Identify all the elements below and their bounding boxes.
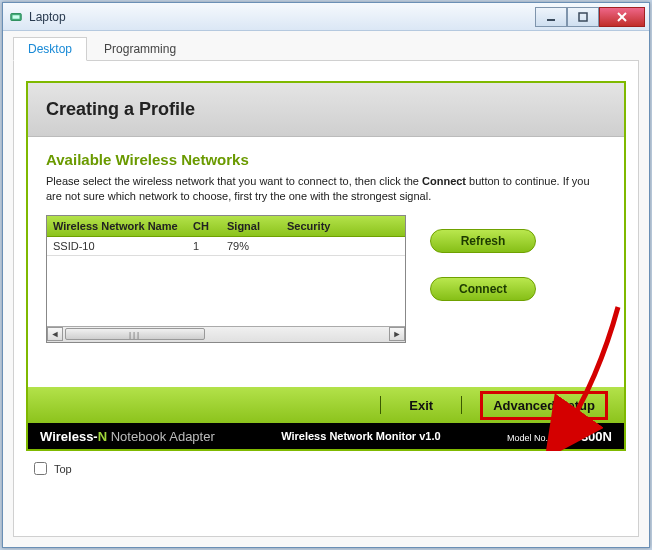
minimize-button[interactable] (535, 7, 567, 27)
tab-programming[interactable]: Programming (89, 37, 191, 60)
tab-desktop[interactable]: Desktop (13, 37, 87, 61)
top-checkbox[interactable] (34, 462, 47, 475)
scroll-right-icon[interactable]: ► (389, 327, 405, 341)
brand-label: Wireless-N Notebook Adapter (40, 429, 215, 444)
footer-bar: Wireless-N Notebook Adapter Wireless Net… (28, 423, 624, 449)
action-bar: Exit Advanced Setup (28, 387, 624, 423)
instruction-text: Please select the wireless network that … (46, 174, 606, 205)
app-icon (9, 10, 23, 24)
model-value: WPC300N (551, 429, 612, 444)
tab-panel: Creating a Profile Available Wireless Ne… (13, 61, 639, 537)
window-buttons (535, 7, 645, 27)
section-heading: Available Wireless Networks (46, 151, 606, 168)
widget-body: Available Wireless Networks Please selec… (28, 137, 624, 387)
separator (461, 396, 462, 414)
col-security[interactable]: Security (281, 216, 405, 237)
monitor-version: Wireless Network Monitor v1.0 (281, 430, 440, 442)
network-area: Wireless Network Name CH Signal Security… (46, 215, 606, 343)
refresh-button[interactable]: Refresh (430, 229, 536, 253)
tab-bar: Desktop Programming (13, 37, 639, 61)
close-button[interactable] (599, 7, 645, 27)
side-buttons: Refresh Connect (430, 215, 536, 343)
titlebar: Laptop (3, 3, 649, 31)
brand-n: N (98, 429, 107, 444)
col-signal[interactable]: Signal (221, 216, 281, 237)
separator (380, 396, 381, 414)
horizontal-scrollbar[interactable]: ◄ ||| ► (47, 326, 405, 342)
top-checkbox-label: Top (54, 463, 72, 475)
window-title: Laptop (29, 10, 535, 24)
wireless-monitor-widget: Creating a Profile Available Wireless Ne… (26, 81, 626, 451)
advanced-setup-button[interactable]: Advanced Setup (480, 391, 608, 420)
col-name[interactable]: Wireless Network Name (47, 216, 187, 237)
cell-security (281, 236, 405, 255)
widget-title: Creating a Profile (28, 83, 624, 137)
scroll-thumb[interactable]: ||| (65, 328, 205, 340)
brand-bold: Wireless- (40, 429, 98, 444)
top-checkbox-row: Top (26, 451, 626, 478)
scroll-track[interactable]: ||| (63, 327, 389, 341)
connect-button[interactable]: Connect (430, 277, 536, 301)
exit-button[interactable]: Exit (399, 394, 443, 417)
model-label: Model No. (507, 433, 548, 443)
app-window: Laptop Desktop Programming Creating a Pr… (2, 2, 650, 548)
instruction-bold: Connect (422, 175, 466, 187)
model-info: Model No. WPC300N (507, 429, 612, 444)
cell-name: SSID-10 (47, 236, 187, 255)
svg-rect-3 (579, 13, 587, 21)
col-ch[interactable]: CH (187, 216, 221, 237)
instruction-pre: Please select the wireless network that … (46, 175, 422, 187)
cell-ch: 1 (187, 236, 221, 255)
brand-rest: Notebook Adapter (107, 429, 215, 444)
scroll-left-icon[interactable]: ◄ (47, 327, 63, 341)
client-area: Desktop Programming Creating a Profile A… (3, 31, 649, 547)
network-table[interactable]: Wireless Network Name CH Signal Security… (47, 216, 405, 256)
table-empty-area (47, 256, 405, 326)
network-table-container: Wireless Network Name CH Signal Security… (46, 215, 406, 343)
cell-signal: 79% (221, 236, 281, 255)
table-row[interactable]: SSID-10 1 79% (47, 236, 405, 255)
maximize-button[interactable] (567, 7, 599, 27)
svg-rect-1 (13, 15, 20, 19)
